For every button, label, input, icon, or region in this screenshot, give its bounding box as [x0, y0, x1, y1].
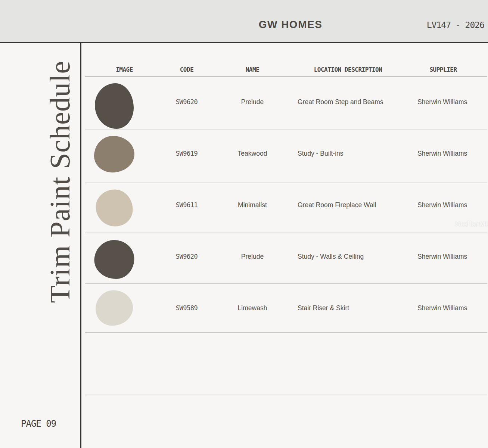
page-title: Trim Paint Schedule — [43, 60, 77, 303]
paint-swatch — [96, 290, 133, 326]
paint-swatch — [95, 83, 134, 129]
row-divider — [85, 233, 487, 233]
paint-supplier: Sherwin Williams — [417, 98, 467, 106]
column-header-location: LOCATION DESCRIPTION — [314, 66, 382, 73]
paint-name: Prelude — [241, 98, 264, 106]
brand-title: GW HOMES — [259, 19, 323, 31]
page-number-label: PAGE 09 — [21, 419, 56, 429]
row-divider — [85, 130, 487, 130]
paint-location: Study - Built-ins — [298, 150, 344, 158]
paint-swatch — [96, 190, 133, 227]
paint-name: Limewash — [238, 304, 267, 312]
trim-paint-schedule-page: GW HOMES LV147 - 2026 Trim Paint Schedul… — [0, 0, 488, 448]
paint-code: SW9619 — [176, 150, 198, 157]
row-divider — [85, 283, 487, 284]
paint-location: Great Room Step and Beams — [298, 98, 383, 106]
paint-code: SW9611 — [176, 201, 198, 209]
column-header-image: IMAGE — [116, 66, 133, 73]
paint-supplier: Sherwin Williams — [417, 253, 467, 261]
paint-code: SW9620 — [176, 253, 198, 260]
column-header-name: NAME — [246, 66, 259, 73]
paint-location: Study - Walls & Ceiling — [298, 253, 364, 261]
stellar-mls-watermark: StellarMLS — [455, 220, 488, 228]
paint-location: Stair Riser & Skirt — [298, 304, 349, 312]
vertical-divider — [80, 43, 81, 448]
column-header-supplier: SUPPLIER — [429, 66, 457, 73]
row-divider — [85, 395, 487, 395]
paint-name: Minimalist — [238, 201, 267, 209]
paint-name: Prelude — [241, 253, 264, 261]
paint-code: SW9589 — [176, 304, 198, 312]
paint-supplier: Sherwin Williams — [417, 150, 467, 158]
table-header-rule — [85, 76, 487, 77]
project-code: LV147 - 2026 — [427, 20, 484, 30]
paint-supplier: Sherwin Williams — [417, 201, 467, 209]
paint-location: Great Room Fireplace Wall — [298, 201, 376, 209]
paint-supplier: Sherwin Williams — [417, 304, 467, 312]
paint-code: SW9620 — [176, 98, 198, 106]
header-band: GW HOMES LV147 - 2026 — [0, 0, 488, 43]
row-divider — [85, 183, 487, 183]
paint-name: Teakwood — [238, 150, 267, 158]
column-header-code: CODE — [180, 66, 194, 73]
paint-swatch — [94, 136, 134, 172]
paint-swatch — [94, 240, 134, 279]
row-divider — [85, 332, 487, 333]
